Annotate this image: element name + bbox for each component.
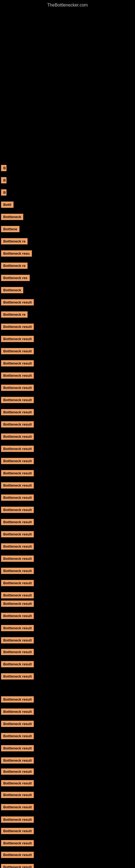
bottleneck-label: Bottlene <box>1 226 19 232</box>
bottleneck-label: Bottleneck result <box>1 649 34 655</box>
list-item: Bottleneck result <box>1 625 34 631</box>
rows-container: BBBBottlBottleneckBottleneBottleneck reB… <box>0 10 135 868</box>
bottleneck-label: Bottleneck result <box>1 470 34 476</box>
list-item: Bottleneck result <box>1 733 34 739</box>
list-item: Bottleneck result <box>1 792 34 798</box>
bottleneck-label: Bottleneck result <box>1 519 34 525</box>
list-item: Bottleneck re <box>1 238 28 244</box>
bottleneck-label: Bottleneck result <box>1 625 34 631</box>
bottleneck-label: Bottleneck result <box>1 828 34 834</box>
bottleneck-label: Bottleneck result <box>1 433 34 440</box>
bottleneck-label: Bottleneck result <box>1 661 34 667</box>
bottleneck-label: Bottleneck result <box>1 733 34 739</box>
list-item: Bottleneck result <box>1 864 34 868</box>
bottleneck-label: B <box>1 177 6 183</box>
bottleneck-label: Bottleneck result <box>1 757 34 764</box>
list-item: Bottleneck result <box>1 458 34 464</box>
page-container: TheBottlenecker.com BBBBottlBottleneckBo… <box>0 0 135 868</box>
list-item: Bottleneck resu <box>1 250 32 257</box>
list-item: Bottleneck result <box>1 556 34 562</box>
bottleneck-label: B <box>1 165 6 171</box>
list-item: Bottleneck result <box>1 495 34 501</box>
bottleneck-label: Bottleneck result <box>1 696 34 703</box>
bottleneck-label: Bottleneck result <box>1 721 34 727</box>
list-item: Bottleneck result <box>1 709 34 715</box>
site-title: TheBottlenecker.com <box>0 0 135 10</box>
list-item: Bottleneck result <box>1 360 34 367</box>
list-item: Bottleneck result <box>1 482 34 489</box>
list-item: Bottlene <box>1 226 19 232</box>
list-item: Bottleneck result <box>1 816 34 823</box>
list-item: Bottleneck result <box>1 696 34 703</box>
bottleneck-label: Bottleneck result <box>1 348 34 354</box>
list-item: Bottleneck result <box>1 568 34 574</box>
bottleneck-label: Bottleneck result <box>1 360 34 367</box>
bottleneck-label: Bottleneck <box>1 287 23 293</box>
bottleneck-label: Bottleneck result <box>1 613 34 619</box>
list-item: Bottleneck result <box>1 507 34 513</box>
list-item: Bottleneck result <box>1 446 34 452</box>
bottleneck-label: Bottl <box>1 202 13 208</box>
list-item: Bottleneck result <box>1 397 34 403</box>
list-item: Bottleneck result <box>1 531 34 537</box>
bottleneck-label: Bottleneck result <box>1 299 34 305</box>
list-item: Bottleneck result <box>1 421 34 428</box>
list-item: Bottleneck result <box>1 852 34 858</box>
bottleneck-label: Bottleneck result <box>1 397 34 403</box>
list-item: Bottleneck result <box>1 600 34 607</box>
bottleneck-label: Bottleneck <box>1 214 23 220</box>
list-item: Bottleneck result <box>1 649 34 655</box>
bottleneck-label: Bottleneck result <box>1 580 34 586</box>
bottleneck-label: Bottleneck result <box>1 543 34 550</box>
list-item: Bottleneck result <box>1 543 34 550</box>
bottleneck-label: B <box>1 189 6 195</box>
list-item: B <box>1 165 6 171</box>
list-item: Bottleneck re <box>1 262 28 269</box>
bottleneck-label: Bottleneck result <box>1 792 34 798</box>
bottleneck-label: Bottleneck result <box>1 556 34 562</box>
list-item: Bottleneck result <box>1 470 34 476</box>
list-item: Bottleneck result <box>1 721 34 727</box>
bottleneck-label: Bottleneck re <box>1 238 28 244</box>
list-item: B <box>1 177 6 183</box>
list-item: Bottleneck result <box>1 348 34 354</box>
bottleneck-label: Bottleneck resu <box>1 250 32 257</box>
bottleneck-label: Bottleneck result <box>1 816 34 823</box>
list-item: Bottleneck result <box>1 769 34 775</box>
bottleneck-label: Bottleneck result <box>1 372 34 379</box>
list-item: Bottleneck result <box>1 409 34 415</box>
list-item: B <box>1 189 6 195</box>
list-item: Bottleneck result <box>1 804 34 810</box>
list-item: Bottleneck re <box>1 311 28 318</box>
bottleneck-label: Bottleneck result <box>1 495 34 501</box>
list-item: Bottleneck <box>1 214 23 220</box>
list-item: Bottleneck result <box>1 828 34 834</box>
bottleneck-label: Bottleneck result <box>1 446 34 452</box>
list-item: Bottleneck result <box>1 637 34 643</box>
bottleneck-label: Bottleneck result <box>1 336 34 342</box>
list-item: Bottl <box>1 202 13 208</box>
bottleneck-label: Bottleneck re <box>1 311 28 318</box>
bottleneck-label: Bottleneck result <box>1 421 34 428</box>
list-item: Bottleneck result <box>1 580 34 586</box>
list-item: Bottleneck result <box>1 745 34 751</box>
bottleneck-label: Bottleneck result <box>1 482 34 489</box>
list-item: Bottleneck result <box>1 384 34 391</box>
bottleneck-label: Bottleneck result <box>1 458 34 464</box>
bottleneck-label: Bottleneck result <box>1 769 34 775</box>
list-item: Bottleneck result <box>1 519 34 525</box>
list-item: Bottleneck result <box>1 372 34 379</box>
bottleneck-label: Bottleneck result <box>1 568 34 574</box>
list-item: Bottleneck result <box>1 661 34 667</box>
list-item: Bottleneck result <box>1 673 34 680</box>
list-item: Bottleneck result <box>1 613 34 619</box>
bottleneck-label: Bottleneck result <box>1 709 34 715</box>
bottleneck-label: Bottleneck result <box>1 840 34 846</box>
bottleneck-label: Bottleneck result <box>1 745 34 751</box>
list-item: Bottleneck result <box>1 592 34 598</box>
bottleneck-label: Bottleneck result <box>1 637 34 643</box>
list-item: Bottleneck <box>1 287 23 293</box>
bottleneck-label: Bottleneck result <box>1 852 34 858</box>
bottleneck-label: Bottleneck result <box>1 600 34 607</box>
bottleneck-label: Bottleneck re <box>1 262 28 269</box>
